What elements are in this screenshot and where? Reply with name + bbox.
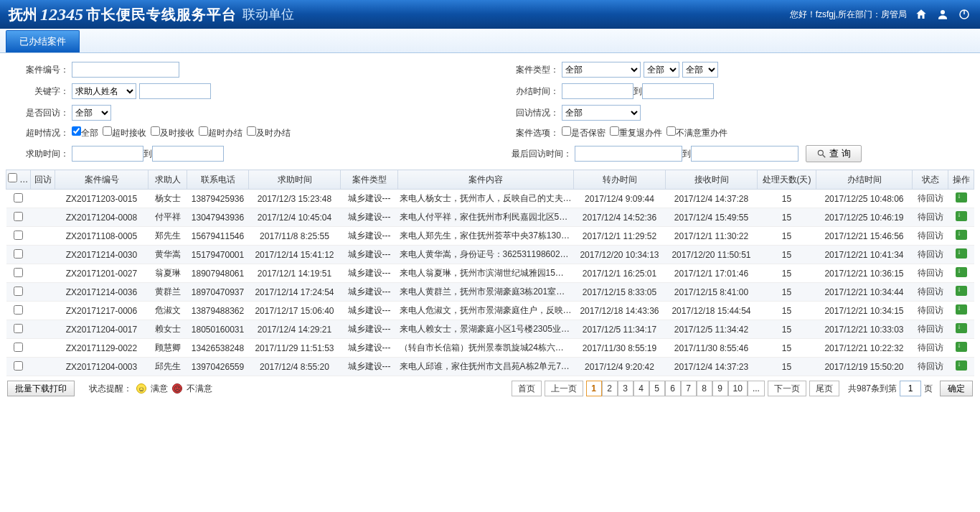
input-case-no[interactable] xyxy=(72,62,179,78)
page-9[interactable]: 9 xyxy=(712,381,728,396)
row-checkbox[interactable] xyxy=(14,212,23,221)
label-return-status: 回访情况： xyxy=(496,107,562,119)
download-icon[interactable] xyxy=(956,192,967,203)
page-prev[interactable]: 上一页 xyxy=(545,381,583,396)
select-return-status[interactable]: 全部 xyxy=(562,105,641,121)
cell-status: 待回访 xyxy=(913,264,948,283)
table-row[interactable]: ZX20171203-0015杨女士138794259362017/12/3 1… xyxy=(6,190,974,208)
input-keyword[interactable] xyxy=(139,83,211,99)
row-checkbox[interactable] xyxy=(14,324,23,333)
chk-select-all[interactable] xyxy=(8,173,17,182)
input-last-return-from[interactable] xyxy=(575,146,682,162)
cell-ask: 2017/11/8 8:25:55 xyxy=(249,227,341,246)
select-is-return[interactable]: 全部 xyxy=(72,105,111,121)
input-ask-to[interactable] xyxy=(152,146,224,162)
row-checkbox[interactable] xyxy=(14,249,23,259)
table-row[interactable]: ZX20171204-0008付平祥130479439362017/12/4 1… xyxy=(6,208,974,227)
cell-content: 来电人赖女士，景湖豪庭小区1号楼2305业主。再次反映交房的... xyxy=(398,320,574,339)
table-header-row: 选择 回访 案件编号 求助人 联系电话 求助时间 案件类型 案件内容 转办时间 … xyxy=(6,170,974,190)
page-6[interactable]: 6 xyxy=(665,381,681,396)
page-last[interactable]: 尾页 xyxy=(809,381,839,396)
cell-days: 15 xyxy=(758,358,816,376)
row-checkbox[interactable] xyxy=(14,361,23,371)
input-last-return-to[interactable] xyxy=(691,146,798,162)
download-icon[interactable] xyxy=(956,248,967,259)
select-keyword-type[interactable]: 求助人姓名 xyxy=(72,83,136,99)
download-icon[interactable] xyxy=(956,323,967,333)
download-icon[interactable] xyxy=(956,304,967,315)
download-icon[interactable] xyxy=(956,342,967,352)
page-2[interactable]: 2 xyxy=(602,381,618,396)
select-case-type-3[interactable]: 全部 xyxy=(682,62,718,78)
page-next[interactable]: 下一页 xyxy=(768,381,806,396)
table-row[interactable]: ZX20171217-0006危淑文138794883622017/12/17 … xyxy=(6,302,974,320)
row-checkbox[interactable] xyxy=(14,193,23,203)
table-row[interactable]: ZX20171214-0036黄群兰189704709372017/12/14 … xyxy=(6,283,974,302)
cell-content: 来电人邱谁，家住抚州市文昌苑A栋2单元703，再次反映201... xyxy=(398,358,574,376)
row-checkbox[interactable] xyxy=(14,343,23,352)
chk-unsatisfied-redo[interactable]: 不满意重办件 xyxy=(666,126,727,139)
select-case-type-1[interactable]: 全部 xyxy=(562,62,641,78)
th-days: 处理天数(天) xyxy=(758,170,816,190)
table-row[interactable]: ZX20171201-0027翁夏琳189079480612017/12/1 1… xyxy=(6,264,974,283)
row-checkbox[interactable] xyxy=(14,305,23,315)
chk-overtime-close-ontime[interactable]: 及时办结 xyxy=(247,126,291,139)
select-case-type-2[interactable]: 全部 xyxy=(644,62,679,78)
download-icon[interactable] xyxy=(956,230,967,240)
cell-caseno: ZX20171217-0006 xyxy=(55,302,149,320)
footer-left: 批量下载打印 状态提醒： ☺满意 ☹不满意 xyxy=(7,381,212,396)
chk-overtime-all[interactable]: 全部 xyxy=(72,126,98,139)
table-row[interactable]: ZX20171204-0003邱先生139704265592017/12/4 8… xyxy=(6,358,974,376)
batch-print-button[interactable]: 批量下载打印 xyxy=(7,381,75,396)
cell-status: 待回访 xyxy=(913,227,948,246)
logo-sub: 联动单位 xyxy=(242,6,294,23)
search-button[interactable]: 查 询 xyxy=(806,145,862,162)
chk-overtime-recv-ontime[interactable]: 及时接收 xyxy=(151,126,194,139)
download-icon[interactable] xyxy=(956,286,967,296)
cell-phone: 18907948061 xyxy=(187,264,249,283)
table-row[interactable]: ZX20171129-0022顾慧卿134265382482017/11/29 … xyxy=(6,339,974,358)
th-caseno: 案件编号 xyxy=(55,170,149,190)
cell-name: 黄群兰 xyxy=(149,283,187,302)
table-row[interactable]: ZX20171204-0017赖女士180501600312017/12/4 1… xyxy=(6,320,974,339)
page-7[interactable]: 7 xyxy=(681,381,697,396)
label-close-time: 办结时间： xyxy=(496,85,562,98)
tab-closed-cases[interactable]: 已办结案件 xyxy=(6,30,80,52)
cell-close: 2017/12/21 10:41:34 xyxy=(816,246,913,264)
page-4[interactable]: 4 xyxy=(633,381,649,396)
table-row[interactable]: ZX20171214-0030黄华嵩151794700012017/12/14 … xyxy=(6,246,974,264)
chk-overtime-recv-late[interactable]: 超时接收 xyxy=(103,126,146,139)
page-go-button[interactable]: 确定 xyxy=(940,381,973,396)
page-1[interactable]: 1 xyxy=(586,381,602,396)
input-close-to[interactable] xyxy=(642,83,714,99)
input-close-from[interactable] xyxy=(562,83,633,99)
cell-trans: 2017/12/1 16:25:01 xyxy=(574,264,666,283)
cell-days: 15 xyxy=(758,320,816,339)
page-5[interactable]: 5 xyxy=(649,381,665,396)
download-icon[interactable] xyxy=(956,211,967,221)
cell-recv: 2017/11/30 8:55:46 xyxy=(666,339,758,358)
page-...[interactable]: ... xyxy=(748,381,765,396)
row-checkbox[interactable] xyxy=(14,287,23,296)
row-checkbox[interactable] xyxy=(14,231,23,240)
download-icon[interactable] xyxy=(956,267,967,277)
cell-status: 待回访 xyxy=(913,339,948,358)
cell-trans: 2017/12/4 14:52:36 xyxy=(574,208,666,227)
row-checkbox[interactable] xyxy=(14,268,23,277)
home-icon[interactable] xyxy=(914,7,928,22)
input-ask-from[interactable] xyxy=(72,146,143,162)
download-icon[interactable] xyxy=(956,360,967,371)
page-10[interactable]: 10 xyxy=(728,381,748,396)
cell-trans: 2017/12/20 10:34:13 xyxy=(574,246,666,264)
table-row[interactable]: ZX20171108-0005郑先生156794115462017/11/8 8… xyxy=(6,227,974,246)
chk-overtime-close-late[interactable]: 超时办结 xyxy=(199,126,242,139)
page-3[interactable]: 3 xyxy=(618,381,633,396)
page-input[interactable] xyxy=(900,381,921,396)
chk-secret[interactable]: 是否保密 xyxy=(562,126,606,139)
chk-repeat-return[interactable]: 重复退办件 xyxy=(610,126,662,139)
user-icon[interactable] xyxy=(936,7,950,22)
cell-name: 郑先生 xyxy=(149,227,187,246)
page-8[interactable]: 8 xyxy=(697,381,712,396)
power-icon[interactable] xyxy=(957,7,971,22)
page-first[interactable]: 首页 xyxy=(512,381,542,396)
